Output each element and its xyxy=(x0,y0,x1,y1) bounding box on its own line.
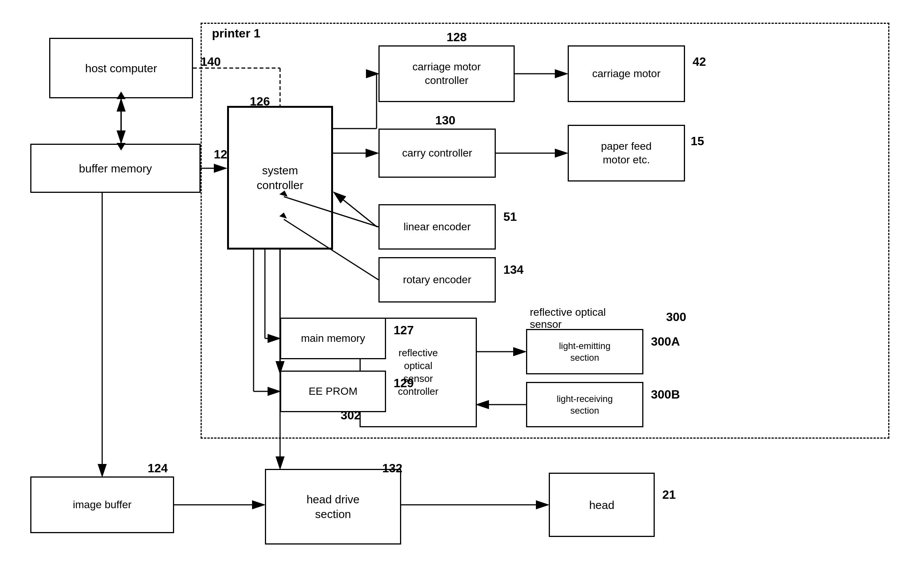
carriage-motor-box: carriage motor xyxy=(568,45,685,102)
carry-controller-label: carry controller xyxy=(402,146,472,160)
ee-prom-label: EE PROM xyxy=(308,384,357,398)
main-memory-label: main memory xyxy=(301,332,365,345)
buffer-memory-box: buffer memory xyxy=(30,144,201,193)
ref-124: 124 xyxy=(147,461,168,475)
ee-prom-box: EE PROM xyxy=(280,371,386,412)
light-emitting-section-label: light-emittingsection xyxy=(559,340,611,363)
diagram: printer 1 host computer 140 buffer memor… xyxy=(0,0,917,588)
carriage-motor-controller-box: carriage motorcontroller xyxy=(379,45,515,102)
ref-134: 134 xyxy=(503,263,523,277)
ref-128: 128 xyxy=(447,30,467,44)
ref-129: 129 xyxy=(394,376,414,390)
head-label: head xyxy=(589,498,615,512)
paper-feed-motor-box: paper feedmotor etc. xyxy=(568,125,685,181)
linear-encoder-label: linear encoder xyxy=(403,220,470,234)
ref-51: 51 xyxy=(503,210,517,224)
system-controller-box: systemcontroller xyxy=(227,106,333,250)
ref-300: 300 xyxy=(666,310,686,324)
ref-300A: 300A xyxy=(651,334,680,349)
host-computer-box: host computer xyxy=(49,38,193,98)
head-box: head xyxy=(549,473,655,537)
reflective-optical-sensor-controller-label: reflectiveopticalsensorcontroller xyxy=(398,347,439,398)
rotary-encoder-box: rotary encoder xyxy=(379,257,496,302)
reflective-optical-sensor-label: reflective opticalsensor xyxy=(530,306,606,331)
ref-126: 126 xyxy=(250,95,270,108)
ref-127: 127 xyxy=(394,323,414,337)
image-buffer-label: image buffer xyxy=(73,498,131,512)
system-controller-label: systemcontroller xyxy=(257,163,303,192)
carriage-motor-label: carriage motor xyxy=(592,67,661,81)
host-computer-label: host computer xyxy=(85,61,157,76)
head-drive-section-label: head drivesection xyxy=(306,492,360,522)
ref-140: 140 xyxy=(201,55,220,69)
printer-label: printer 1 xyxy=(212,26,260,40)
ref-15: 15 xyxy=(691,134,704,148)
carriage-motor-controller-label: carriage motorcontroller xyxy=(413,60,481,88)
paper-feed-motor-label: paper feedmotor etc. xyxy=(601,139,652,167)
image-buffer-box: image buffer xyxy=(30,477,174,533)
ref-132: 132 xyxy=(382,461,402,475)
carry-controller-box: carry controller xyxy=(379,129,496,178)
ref-42: 42 xyxy=(693,55,706,69)
light-emitting-section-box: light-emittingsection xyxy=(526,329,643,374)
head-drive-section-box: head drivesection xyxy=(265,469,401,544)
ref-300B: 300B xyxy=(651,388,680,402)
rotary-encoder-label: rotary encoder xyxy=(403,273,471,287)
linear-encoder-box: linear encoder xyxy=(379,204,496,250)
buffer-memory-label: buffer memory xyxy=(79,161,152,176)
ref-130: 130 xyxy=(435,113,455,128)
main-memory-box: main memory xyxy=(280,318,386,359)
light-receiving-section-label: light-receivingsection xyxy=(557,393,613,416)
ref-21: 21 xyxy=(662,488,676,502)
light-receiving-section-box: light-receivingsection xyxy=(526,382,643,427)
